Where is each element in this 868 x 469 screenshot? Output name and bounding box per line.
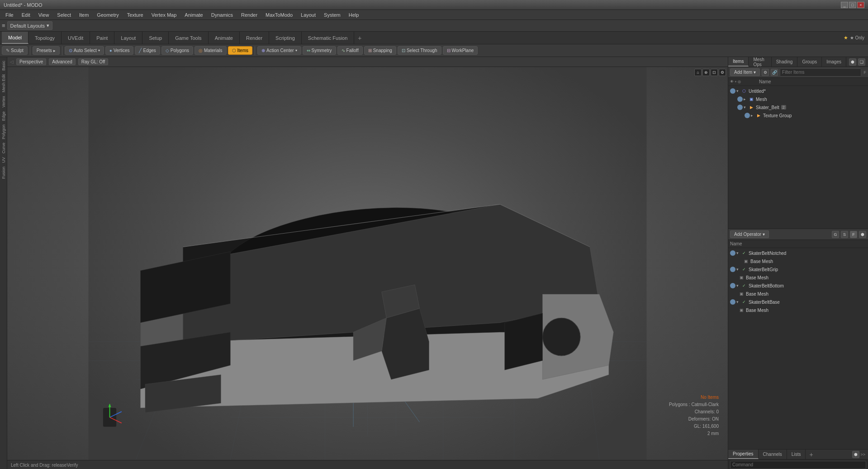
filter-items-input[interactable] <box>780 68 861 77</box>
arrow-untitled[interactable]: ▾ <box>736 89 741 93</box>
eye-icon-skater-belt[interactable] <box>737 105 743 110</box>
edges-button[interactable]: ╱ Edges <box>135 46 160 55</box>
panel-expand-button[interactable]: ⬢ <box>849 58 856 66</box>
ops-btn-s[interactable]: S <box>841 231 848 238</box>
menu-geometry[interactable]: Geometry <box>93 11 122 19</box>
tree-item-sbb[interactable]: ▾ ✓ SkaterBeltBottom <box>728 282 868 290</box>
snapping-button[interactable]: ⊞ Snapping <box>364 46 396 55</box>
tab-paint[interactable]: Paint <box>90 32 114 44</box>
tree-item-sbn[interactable]: ▾ ✓ SkaterBeltNotched <box>728 249 868 257</box>
arrow-sbg[interactable]: ▾ <box>736 267 741 272</box>
tree-item-mesh[interactable]: ▸ ▣ Mesh <box>728 95 868 103</box>
layout-dropdown[interactable]: Default Layouts ▾ <box>7 21 52 30</box>
bottom-panel-expand-btn[interactable]: ⬢ <box>852 451 859 458</box>
menu-texture[interactable]: Texture <box>123 11 147 19</box>
eye-icon-sbb[interactable] <box>730 283 735 288</box>
close-button[interactable]: × <box>857 2 864 8</box>
tab-add-button[interactable]: + <box>354 32 365 44</box>
ray-gl-button[interactable]: Ray GL: Off <box>78 58 109 65</box>
select-through-button[interactable]: ⊡ Select Through <box>398 46 441 55</box>
tab-uvedit[interactable]: UVEdit <box>62 32 90 44</box>
arrow-texture-group[interactable]: ▸ <box>751 113 755 118</box>
add-operator-button[interactable]: Add Operator ▾ <box>730 230 769 238</box>
tab-topology[interactable]: Topology <box>28 32 62 44</box>
viewport-zoom-button[interactable]: ⊕ <box>702 69 710 76</box>
menu-layout[interactable]: Layout <box>297 11 319 19</box>
tab-render[interactable]: Render <box>240 32 269 44</box>
advanced-button[interactable]: Advanced <box>49 58 75 65</box>
sidebar-item-edge[interactable]: Edge <box>1 110 6 123</box>
tab-channels[interactable]: Channels <box>759 450 787 459</box>
tree-item-sbb-base[interactable]: ▣ Base Mesh <box>728 290 868 298</box>
menu-file[interactable]: File <box>2 11 17 19</box>
auto-select-button[interactable]: ⊙ Auto Select ▾ <box>65 46 104 55</box>
symmetry-button[interactable]: ⇔ Symmetry <box>303 46 336 55</box>
items-button[interactable]: ⬡ Items <box>228 46 252 55</box>
arrow-sbb[interactable]: ▾ <box>736 283 741 288</box>
tab-properties[interactable]: Properties <box>728 450 759 459</box>
tab-setup[interactable]: Setup <box>142 32 169 44</box>
items-settings-btn[interactable]: ⚙ <box>762 69 769 76</box>
viewport-fit-button[interactable]: ⊡ <box>711 69 718 76</box>
command-input[interactable] <box>730 461 866 469</box>
menu-select[interactable]: Select <box>53 11 75 19</box>
tab-game-tools[interactable]: Game Tools <box>169 32 209 44</box>
work-plane-button[interactable]: ⊟ WorkPlane <box>443 46 478 55</box>
menu-animate[interactable]: Animate <box>181 11 206 19</box>
tree-item-sbbase[interactable]: ▾ ✓ SkaterBeltBase <box>728 298 868 306</box>
sidebar-item-uv[interactable]: UV <box>1 155 6 165</box>
vertices-button[interactable]: ● Vertices <box>105 46 134 55</box>
sidebar-item-mesh-edit[interactable]: Mesh Edit <box>1 72 6 94</box>
viewport-3d[interactable]: ⌂ ⊕ ⊡ ⚙ No Items Polygons : Catmull-Clar… <box>7 67 728 460</box>
menu-vertex-map[interactable]: Vertex Map <box>148 11 180 19</box>
bottom-tab-add[interactable]: + <box>806 450 816 459</box>
panel-collapse-button[interactable]: ❏ <box>858 58 865 66</box>
menu-item[interactable]: Item <box>76 11 92 19</box>
tree-item-skater-belt[interactable]: ▾ ▶ Skater_Belt 2 <box>728 103 868 111</box>
add-item-button[interactable]: Add Item ▾ <box>730 68 760 76</box>
presets-button[interactable]: Presets ▸ <box>33 46 60 55</box>
polygons-button[interactable]: ◇ Polygons <box>161 46 193 55</box>
minimize-button[interactable]: _ <box>841 2 848 8</box>
tab-layout[interactable]: Layout <box>114 32 142 44</box>
menu-edit[interactable]: Edit <box>18 11 34 19</box>
tree-item-sbg[interactable]: ▾ ✓ SkaterBeltGrip <box>728 265 868 273</box>
tab-model[interactable]: Model <box>2 32 28 44</box>
ops-btn-f[interactable]: F <box>850 231 857 238</box>
eye-icon-sbn[interactable] <box>730 250 735 256</box>
eye-icon-mesh[interactable] <box>737 96 743 102</box>
sidebar-item-vertex[interactable]: Vertex <box>1 94 6 110</box>
menu-view[interactable]: View <box>35 11 53 19</box>
tree-item-untitled[interactable]: ▾ ⬡ Untitled* <box>728 87 868 95</box>
arrow-sbbase[interactable]: ▾ <box>736 300 741 304</box>
viewport-settings-button[interactable]: ⚙ <box>719 69 726 76</box>
materials-button[interactable]: ◎ Materials <box>194 46 227 55</box>
ops-btn-g[interactable]: G <box>832 231 839 238</box>
bottom-panel-arrow[interactable]: >> <box>860 452 865 457</box>
tab-items[interactable]: Items <box>728 57 749 67</box>
menu-maxtomodo[interactable]: MaxToModo <box>262 11 296 19</box>
tab-shading[interactable]: Shading <box>772 57 798 67</box>
arrow-mesh[interactable]: ▸ <box>744 97 748 101</box>
perspective-button[interactable]: Perspective <box>16 58 46 65</box>
eye-icon-sbg[interactable] <box>730 267 735 272</box>
menu-system[interactable]: System <box>320 11 344 19</box>
action-center-button[interactable]: ⊕ Action Center ▾ <box>257 46 301 55</box>
sidebar-item-curve[interactable]: Curve <box>1 141 6 155</box>
arrow-sbn[interactable]: ▾ <box>736 251 741 255</box>
tab-mesh-ops[interactable]: Mesh Ops <box>749 57 771 67</box>
tab-scripting[interactable]: Scripting <box>269 32 302 44</box>
sidebar-item-polygon[interactable]: Polygon <box>1 123 6 141</box>
sculpt-button[interactable]: ✎ Sculpt <box>2 46 28 55</box>
maximize-button[interactable]: □ <box>849 2 856 8</box>
menu-render[interactable]: Render <box>237 11 261 19</box>
menu-dynamics[interactable]: Dynamics <box>208 11 237 19</box>
eye-icon-texture-group[interactable] <box>745 113 750 118</box>
tab-images[interactable]: Images <box>822 57 846 67</box>
viewport-expand-icon[interactable]: ◁ <box>10 59 14 64</box>
viewport-home-button[interactable]: ⌂ <box>694 69 702 76</box>
tree-item-sbbase-base[interactable]: ▣ Base Mesh <box>728 306 868 314</box>
eye-icon-untitled[interactable] <box>730 88 735 94</box>
sidebar-item-fusion[interactable]: Fusion <box>1 165 6 181</box>
falloff-button[interactable]: ∿ Falloff <box>337 46 363 55</box>
